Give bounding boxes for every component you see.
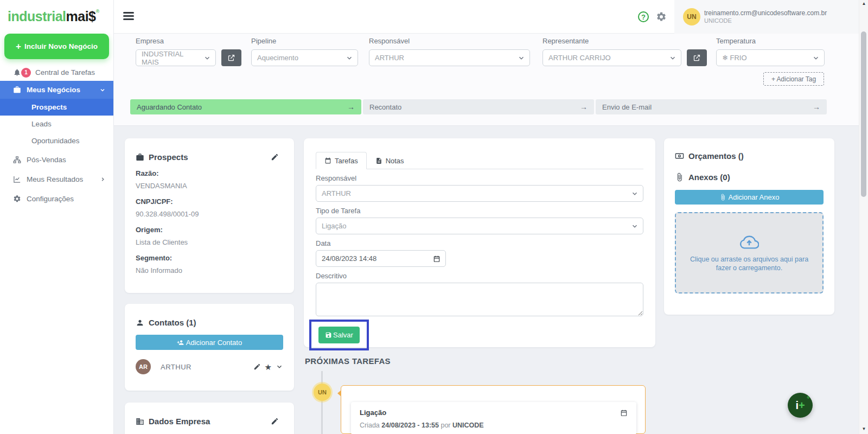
sidebar-item-label: Prospects [31, 103, 67, 111]
chart-line-icon [13, 175, 21, 183]
brand-logo: industrialmai$® [0, 0, 113, 30]
user-avatar: UN [683, 8, 700, 25]
task-panel: Tarefas Notas Responsável ARTHUR Tipo de… [304, 138, 655, 347]
company-data-card: Dados Empresa [125, 403, 294, 434]
sidebar-item-leads[interactable]: Leads [0, 116, 113, 132]
next-tasks-title: PRÓXIMAS TAREFAS [305, 356, 391, 366]
edit-pencil-icon[interactable] [271, 153, 279, 161]
external-link-icon [693, 54, 701, 62]
sidebar-item-label: Configurações [27, 195, 74, 203]
help-icon[interactable]: ? [638, 11, 649, 22]
briefcase-icon [136, 153, 144, 162]
user-menu[interactable]: UN treinamento.crm@unicodesoftware.com.b… [674, 0, 859, 34]
sidebar-menu: 1 Central de Tarefas Meus Negócios Prosp… [0, 64, 113, 207]
task-descritivo-label: Descritivo [316, 272, 643, 280]
pipeline-stages: Aguardando Contato → Recontato → Envio d… [130, 99, 827, 114]
file-dropzone[interactable]: Clique ou arraste os arquivos aqui para … [675, 212, 824, 293]
stage-label: Envio de E-mail [602, 103, 652, 111]
brand-fab-button[interactable]: i+ ® [788, 393, 813, 418]
sitemap-icon [13, 156, 21, 164]
task-descritivo-textarea[interactable] [316, 283, 643, 316]
person-icon [136, 318, 144, 327]
sidebar-item-label: Meus Negócios [27, 86, 80, 94]
stage-envio-email[interactable]: Envio de E-mail → [596, 99, 827, 114]
representante-value: ARTHUR CARRIJO [548, 54, 611, 62]
chevron-down-icon [669, 54, 676, 62]
star-icon[interactable]: ★ [265, 363, 272, 371]
segmento-value: Não Informado [136, 266, 283, 275]
tab-tarefas[interactable]: Tarefas [316, 152, 367, 169]
edit-pencil-icon[interactable] [253, 363, 261, 371]
topbar: ? UN treinamento.crm@unicodesoftware.com… [114, 0, 859, 34]
task-date-input[interactable]: 24/08/2023 14:48 [316, 250, 446, 267]
razao-value: VENDASMANIA [136, 182, 283, 190]
pipeline-select[interactable]: Aquecimento [251, 49, 358, 66]
chevron-down-icon [346, 54, 353, 62]
responsavel-value: ARTHUR [375, 54, 404, 62]
contact-avatar: AR [136, 359, 151, 374]
task-tabs: Tarefas Notas [316, 152, 643, 169]
chevron-down-icon [631, 222, 639, 230]
task-responsavel-select[interactable]: ARTHUR [316, 185, 643, 202]
page-scrollbar[interactable]: ▲ ▼ [859, 0, 868, 434]
edit-pencil-icon[interactable] [271, 417, 279, 425]
created-by-prefix: por [441, 422, 450, 429]
contact-name: ARTHUR [161, 363, 192, 371]
save-button[interactable]: Salvar [318, 327, 360, 343]
task-tipo-select[interactable]: Ligação [316, 218, 643, 234]
stage-aguardando-contato[interactable]: Aguardando Contato → [130, 99, 361, 114]
stage-label: Recontato [369, 103, 401, 111]
scroll-down-arrow[interactable]: ▼ [859, 425, 868, 433]
sidebar-item-pos-vendas[interactable]: Pós-Vendas [0, 151, 113, 168]
scrollbar-thumb[interactable] [861, 31, 866, 197]
sidebar-item-meus-negocios[interactable]: Meus Negócios [0, 81, 113, 99]
stage-recontato[interactable]: Recontato → [363, 99, 594, 114]
responsavel-select[interactable]: ARTHUR [369, 49, 530, 66]
empresa-value: INDUSTRIAL MAIS [142, 50, 201, 66]
add-tag-button[interactable]: + Adicionar Tag [763, 72, 824, 86]
add-attachment-button[interactable]: Adicionar Anexo [675, 190, 824, 205]
open-representante-button[interactable] [687, 49, 707, 66]
settings-gear-icon[interactable] [656, 11, 667, 22]
prospect-card-title: Prospects [149, 152, 188, 162]
orcamentos-title: Orçamentos () [688, 151, 744, 161]
sidebar-item-configuracoes[interactable]: Configurações [0, 190, 113, 207]
chevron-right-icon [100, 176, 106, 182]
task-tipo-value: Ligação [322, 222, 347, 230]
next-task-inner-card[interactable]: Ligação Criada 24/08/2023 - 13:55 por UN… [351, 402, 636, 434]
sidebar-item-central-tarefas[interactable]: 1 Central de Tarefas [0, 64, 113, 81]
created-date: 24/08/2023 - 13:55 [381, 422, 439, 429]
plus-icon: + [16, 41, 21, 52]
representante-select[interactable]: ARTHUR CARRIJO [542, 49, 681, 66]
bell-icon [13, 68, 21, 76]
cnpj-label: CNPJ/CPF: [136, 197, 283, 206]
chevron-down-icon[interactable] [276, 363, 283, 371]
sidebar-item-prospects[interactable]: Prospects [0, 99, 113, 116]
add-contact-button[interactable]: Adicionar Contato [136, 335, 283, 350]
temperatura-select[interactable]: ❄ FRIO [716, 49, 825, 66]
pipeline-label: Pipeline [251, 37, 358, 45]
cnpj-value: 90.328.498/0001-09 [136, 210, 283, 218]
help-glyph: ? [641, 13, 646, 21]
origem-label: Origem: [136, 226, 283, 234]
chevron-down-icon [518, 54, 525, 62]
arrow-right-icon: → [580, 103, 588, 111]
save-label: Salvar [333, 331, 353, 339]
open-empresa-button[interactable] [221, 49, 241, 66]
hamburger-menu-icon[interactable] [123, 12, 134, 21]
segmento-label: Segmento: [136, 254, 283, 262]
tab-notas[interactable]: Notas [367, 152, 413, 169]
sidebar-item-oportunidades[interactable]: Oportunidades [0, 132, 113, 149]
building-icon [136, 417, 144, 426]
new-deal-button[interactable]: +Incluir Novo Negócio [4, 34, 109, 59]
empresa-select[interactable]: INDUSTRIAL MAIS [136, 49, 216, 66]
attachments-panel: Orçamentos () Anexos (0) Adicionar Anexo… [664, 138, 834, 315]
crm-app: industrialmai$® +Incluir Novo Negócio 1 … [0, 0, 868, 434]
sidebar-item-meus-resultados[interactable]: Meus Resultados [0, 171, 113, 188]
next-task-card: Ligação Criada 24/08/2023 - 13:55 por UN… [341, 385, 646, 434]
sidebar-item-label: Central de Tarefas [35, 68, 95, 76]
arrow-right-icon: → [347, 103, 355, 111]
tasks-badge: 1 [21, 68, 31, 78]
scroll-up-arrow[interactable]: ▲ [859, 0, 868, 8]
save-disk-icon [325, 331, 332, 339]
